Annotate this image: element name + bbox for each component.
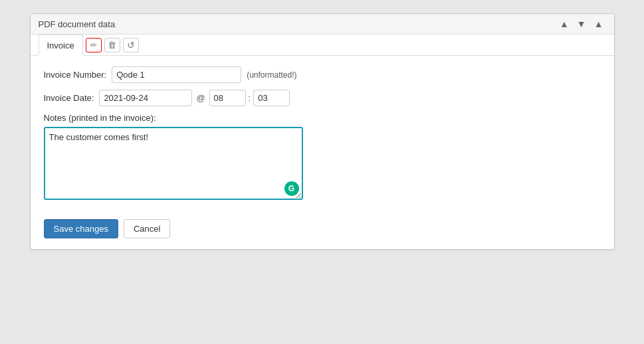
tab-row: Invoice ✏ 🗑 ↺ bbox=[31, 35, 614, 56]
invoice-date-row: Invoice Date: @ : bbox=[44, 90, 601, 106]
card-title: PDF document data bbox=[39, 19, 116, 29]
at-symbol: @ bbox=[196, 93, 205, 103]
delete-icon: 🗑 bbox=[108, 40, 116, 50]
edit-icon: ✏ bbox=[90, 41, 97, 50]
colon-symbol: : bbox=[249, 93, 251, 103]
pdf-document-card: PDF document data ▲ ▼ ▲ Invoice ✏ 🗑 ↺ In… bbox=[30, 13, 615, 250]
tab-edit-button[interactable]: ✏ bbox=[86, 38, 102, 52]
cancel-button[interactable]: Cancel bbox=[124, 219, 170, 238]
invoice-date-input[interactable] bbox=[99, 90, 192, 106]
invoice-number-label: Invoice Number: bbox=[44, 70, 107, 80]
tab-refresh-button[interactable]: ↺ bbox=[123, 38, 139, 52]
form-footer: Save changes Cancel bbox=[31, 213, 614, 249]
header-down-button[interactable]: ▼ bbox=[574, 18, 589, 30]
tab-delete-button[interactable]: 🗑 bbox=[104, 38, 120, 52]
card-header: PDF document data ▲ ▼ ▲ bbox=[31, 14, 614, 35]
refresh-icon: ↺ bbox=[127, 40, 135, 50]
notes-label: Notes (printed in the invoice): bbox=[44, 113, 601, 123]
form-area: Invoice Number: (unformatted!) Invoice D… bbox=[31, 56, 614, 213]
notes-textarea[interactable] bbox=[44, 127, 303, 200]
invoice-date-label: Invoice Date: bbox=[44, 93, 94, 103]
save-changes-button[interactable]: Save changes bbox=[44, 219, 118, 238]
invoice-time-hour-input[interactable] bbox=[209, 90, 246, 106]
header-collapse-button[interactable]: ▲ bbox=[591, 18, 606, 30]
header-controls: ▲ ▼ ▲ bbox=[557, 18, 606, 30]
unformatted-text: (unformatted!) bbox=[247, 70, 296, 80]
tab-invoice[interactable]: Invoice bbox=[39, 35, 83, 56]
textarea-wrapper: G bbox=[44, 127, 303, 200]
invoice-time-minute-input[interactable] bbox=[253, 90, 290, 106]
header-up-button[interactable]: ▲ bbox=[557, 18, 572, 30]
invoice-number-row: Invoice Number: (unformatted!) bbox=[44, 66, 601, 83]
invoice-number-input[interactable] bbox=[112, 66, 241, 83]
